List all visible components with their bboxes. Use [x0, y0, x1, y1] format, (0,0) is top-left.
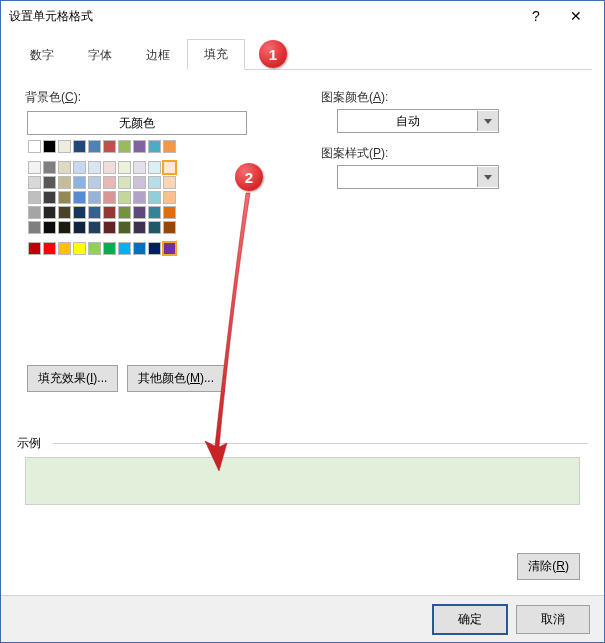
color-swatch[interactable]: [163, 191, 176, 204]
color-swatch[interactable]: [133, 242, 146, 255]
color-swatch[interactable]: [103, 176, 116, 189]
color-swatch[interactable]: [118, 140, 131, 153]
close-icon[interactable]: ✕: [556, 1, 596, 31]
color-swatch[interactable]: [88, 140, 101, 153]
help-icon[interactable]: ?: [516, 1, 556, 31]
color-swatch[interactable]: [28, 221, 41, 234]
color-swatch[interactable]: [118, 191, 131, 204]
color-swatch[interactable]: [73, 191, 86, 204]
tab-fill[interactable]: 填充: [187, 39, 245, 70]
more-colors-button[interactable]: 其他颜色(M)...: [127, 365, 225, 392]
color-swatch[interactable]: [133, 140, 146, 153]
color-swatch[interactable]: [88, 206, 101, 219]
pattern-color-label: 图案颜色(A):: [321, 89, 388, 106]
color-swatch[interactable]: [118, 161, 131, 174]
color-swatch[interactable]: [118, 242, 131, 255]
color-swatch[interactable]: [148, 206, 161, 219]
color-swatch[interactable]: [103, 242, 116, 255]
sample-preview: [25, 457, 580, 505]
tab-border[interactable]: 边框: [129, 40, 187, 70]
color-swatch[interactable]: [118, 206, 131, 219]
color-swatch[interactable]: [163, 161, 176, 174]
color-swatch[interactable]: [148, 140, 161, 153]
color-swatch[interactable]: [73, 221, 86, 234]
color-swatch[interactable]: [163, 176, 176, 189]
color-swatch[interactable]: [73, 140, 86, 153]
color-swatch[interactable]: [58, 176, 71, 189]
color-swatch[interactable]: [88, 191, 101, 204]
ok-button[interactable]: 确定: [432, 604, 508, 635]
tab-font[interactable]: 字体: [71, 40, 129, 70]
bg-color-label: 背景色(C):: [25, 89, 81, 106]
color-swatch[interactable]: [58, 221, 71, 234]
color-swatch[interactable]: [58, 191, 71, 204]
color-swatch[interactable]: [133, 161, 146, 174]
color-swatch[interactable]: [28, 206, 41, 219]
color-swatch[interactable]: [73, 206, 86, 219]
color-swatch[interactable]: [88, 161, 101, 174]
color-swatch[interactable]: [43, 221, 56, 234]
color-swatch[interactable]: [148, 176, 161, 189]
color-swatch[interactable]: [28, 191, 41, 204]
color-swatch[interactable]: [103, 221, 116, 234]
annotation-callout-2: 2: [235, 163, 263, 191]
pattern-style-label: 图案样式(P):: [321, 145, 388, 162]
color-swatch[interactable]: [58, 206, 71, 219]
pattern-style-select[interactable]: [337, 165, 499, 189]
color-swatch[interactable]: [28, 140, 41, 153]
color-palette: [27, 139, 177, 256]
color-swatch[interactable]: [28, 161, 41, 174]
color-swatch[interactable]: [43, 242, 56, 255]
annotation-callout-1: 1: [259, 40, 287, 68]
color-swatch[interactable]: [43, 206, 56, 219]
color-swatch[interactable]: [133, 176, 146, 189]
pattern-color-select[interactable]: 自动: [337, 109, 499, 133]
color-swatch[interactable]: [28, 176, 41, 189]
color-swatch[interactable]: [103, 206, 116, 219]
sample-divider: [53, 443, 588, 444]
color-swatch[interactable]: [43, 176, 56, 189]
window-title: 设置单元格格式: [9, 1, 516, 31]
color-swatch[interactable]: [88, 221, 101, 234]
color-swatch[interactable]: [88, 176, 101, 189]
color-swatch[interactable]: [88, 242, 101, 255]
color-swatch[interactable]: [163, 242, 176, 255]
color-swatch[interactable]: [103, 140, 116, 153]
fill-effects-button[interactable]: 填充效果(I)...: [27, 365, 118, 392]
no-color-button[interactable]: 无颜色: [27, 111, 247, 135]
color-swatch[interactable]: [43, 161, 56, 174]
chevron-down-icon[interactable]: [477, 111, 498, 131]
tab-strip: 数字 字体 边框 填充: [13, 39, 592, 70]
color-swatch[interactable]: [58, 242, 71, 255]
color-swatch[interactable]: [118, 221, 131, 234]
cancel-button[interactable]: 取消: [516, 605, 590, 634]
color-swatch[interactable]: [163, 221, 176, 234]
clear-button[interactable]: 清除(R): [517, 553, 580, 580]
dialog-footer: 确定 取消: [1, 595, 604, 642]
color-swatch[interactable]: [58, 161, 71, 174]
color-swatch[interactable]: [163, 206, 176, 219]
color-swatch[interactable]: [43, 140, 56, 153]
color-swatch[interactable]: [148, 161, 161, 174]
color-swatch[interactable]: [103, 191, 116, 204]
color-swatch[interactable]: [43, 191, 56, 204]
color-swatch[interactable]: [73, 242, 86, 255]
chevron-down-icon[interactable]: [477, 167, 498, 187]
color-swatch[interactable]: [73, 176, 86, 189]
color-swatch[interactable]: [148, 242, 161, 255]
color-swatch[interactable]: [163, 140, 176, 153]
sample-label: 示例: [17, 435, 41, 452]
color-swatch[interactable]: [133, 191, 146, 204]
pattern-color-value: 自动: [338, 113, 477, 130]
color-swatch[interactable]: [118, 176, 131, 189]
color-swatch[interactable]: [148, 221, 161, 234]
color-swatch[interactable]: [133, 221, 146, 234]
color-swatch[interactable]: [133, 206, 146, 219]
tab-number[interactable]: 数字: [13, 40, 71, 70]
color-swatch[interactable]: [28, 242, 41, 255]
color-swatch[interactable]: [103, 161, 116, 174]
color-swatch[interactable]: [73, 161, 86, 174]
color-swatch[interactable]: [58, 140, 71, 153]
color-swatch[interactable]: [148, 191, 161, 204]
